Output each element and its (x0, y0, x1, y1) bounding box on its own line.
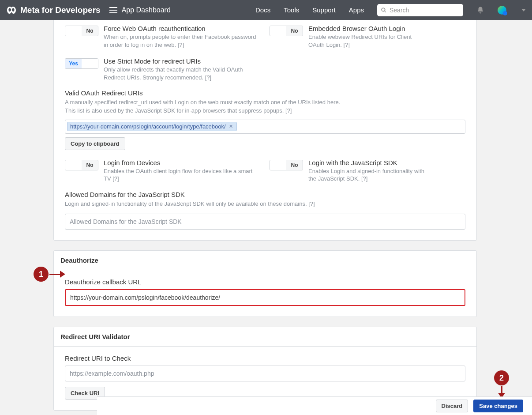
help-icon[interactable]: [?] (361, 175, 367, 182)
help-icon[interactable]: [?] (344, 42, 350, 48)
footer-bar: Discard Save changes (97, 396, 532, 415)
discard-button[interactable]: Discard (436, 400, 468, 412)
help-icon[interactable]: [?] (178, 42, 184, 48)
help-icon[interactable]: [?] (112, 175, 119, 182)
login-devices-title: Login from Devices (104, 159, 259, 166)
deauthorize-card: Deauthorize Deauthorize callback URL (53, 250, 477, 317)
svg-rect-0 (109, 7, 117, 8)
toggle-embedded-browser[interactable]: No (270, 26, 303, 36)
toggle-no-label: No (82, 26, 98, 36)
meta-logo[interactable]: Meta for Developers (6, 5, 101, 15)
toggle-no-label: No (286, 160, 303, 170)
force-reauth-title: Force Web OAuth reauthentication (104, 25, 259, 32)
allowed-domains-desc: Login and signed-in functionality of the… (65, 200, 307, 207)
deauth-label: Deauthorize callback URL (65, 278, 465, 286)
search-input[interactable] (390, 7, 460, 14)
search-box[interactable] (377, 4, 463, 16)
validator-label: Redirect URI to Check (65, 355, 465, 362)
oauth-settings-card: No Force Web OAuth reauthentication When… (53, 20, 477, 241)
svg-rect-2 (109, 12, 117, 13)
deauthorize-header: Deauthorize (54, 251, 476, 270)
valid-uris-desc1: A manually specified redirect_uri used w… (65, 99, 340, 106)
header-nav: Docs Tools Support Apps (255, 4, 528, 16)
valid-uris-title: Valid OAuth Redirect URIs (65, 89, 465, 97)
uri-chip: https://your-domain.com/pslogin/account/… (67, 122, 237, 131)
embedded-browser-desc: Enable webview Redirect URIs for Client … (308, 34, 412, 48)
embedded-browser-title: Embedded Browser OAuth Login (308, 25, 428, 32)
save-changes-button[interactable]: Save changes (473, 400, 523, 412)
allowed-domains-title: Allowed Domains for the JavaScript SDK (65, 191, 465, 198)
login-jssdk-title: Login with the JavaScript SDK (308, 159, 428, 166)
step-badge-2: 2 (494, 370, 509, 385)
hamburger-icon (109, 7, 117, 13)
toggle-strict-mode[interactable]: Yes (65, 58, 98, 69)
infinity-icon (6, 5, 17, 15)
nav-support[interactable]: Support (312, 6, 336, 14)
toggle-login-jssdk[interactable]: No (270, 160, 303, 170)
copy-clipboard-button[interactable]: Copy to clipboard (65, 137, 125, 150)
toggle-yes-label: Yes (65, 59, 82, 68)
chip-remove-icon[interactable]: ✕ (229, 124, 234, 129)
help-icon[interactable]: [?] (205, 74, 211, 81)
login-devices-desc: Enables the OAuth client login flow for … (104, 168, 252, 182)
step-badge-1: 1 (34, 267, 49, 282)
brand-text: Meta for Developers (20, 5, 101, 15)
nav-docs[interactable]: Docs (255, 6, 270, 14)
deauth-input-highlight (65, 289, 465, 306)
toggle-login-devices[interactable]: No (65, 160, 98, 170)
avatar[interactable] (498, 6, 506, 15)
bell-icon[interactable] (476, 6, 484, 14)
valid-uris-input[interactable]: https://your-domain.com/pslogin/account/… (65, 120, 465, 134)
valid-uris-desc2: This list is also used by the JavaScript… (65, 107, 284, 114)
uri-chip-text: https://your-domain.com/pslogin/account/… (70, 123, 226, 130)
toggle-force-reauth[interactable]: No (65, 26, 98, 36)
strict-mode-title: Use Strict Mode for redirect URIs (104, 57, 259, 65)
page-label: App Dashboard (122, 6, 171, 14)
toggle-no-label: No (82, 160, 98, 170)
account-caret-icon[interactable] (521, 9, 526, 11)
deauth-callback-input[interactable] (66, 290, 465, 305)
strict-mode-desc: Only allow redirects that exactly match … (104, 66, 243, 81)
nav-apps[interactable]: Apps (349, 6, 364, 14)
help-icon[interactable]: [?] (308, 200, 315, 207)
redirect-uri-input[interactable] (65, 366, 465, 381)
validator-header: Redirect URI Validator (54, 327, 476, 347)
app-dashboard-menu[interactable]: App Dashboard (109, 6, 171, 14)
search-icon (381, 7, 387, 13)
nav-tools[interactable]: Tools (284, 6, 299, 14)
allowed-domains-input[interactable] (65, 214, 465, 230)
arrow-right-icon (49, 271, 65, 278)
toggle-no-label: No (286, 26, 303, 36)
svg-rect-1 (109, 10, 117, 11)
help-icon[interactable]: [?] (285, 107, 292, 114)
app-header: Meta for Developers App Dashboard Docs T… (0, 0, 532, 20)
